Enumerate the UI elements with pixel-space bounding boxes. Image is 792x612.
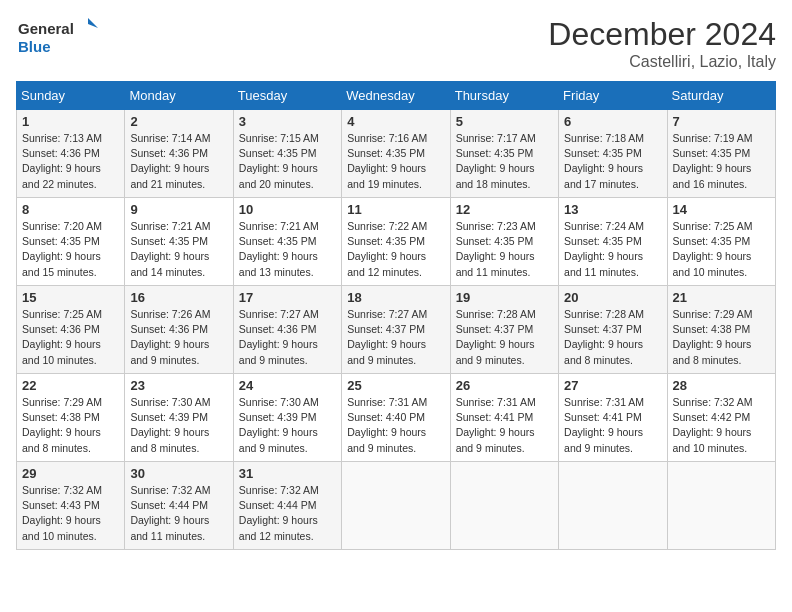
- calendar-cell: 11 Sunrise: 7:22 AM Sunset: 4:35 PM Dayl…: [342, 198, 450, 286]
- daylight-label: Daylight: 9 hours and 17 minutes.: [564, 162, 643, 189]
- sunset-label: Sunset: 4:37 PM: [347, 323, 425, 335]
- calendar-row: 29 Sunrise: 7:32 AM Sunset: 4:43 PM Dayl…: [17, 462, 776, 550]
- daylight-label: Daylight: 9 hours and 20 minutes.: [239, 162, 318, 189]
- day-number: 3: [239, 114, 336, 129]
- sunset-label: Sunset: 4:44 PM: [239, 499, 317, 511]
- sunrise-label: Sunrise: 7:31 AM: [456, 396, 536, 408]
- day-info: Sunrise: 7:28 AM Sunset: 4:37 PM Dayligh…: [564, 307, 661, 368]
- col-saturday: Saturday: [667, 82, 775, 110]
- day-number: 6: [564, 114, 661, 129]
- logo-svg: General Blue: [16, 16, 106, 60]
- day-number: 26: [456, 378, 553, 393]
- sunset-label: Sunset: 4:35 PM: [673, 147, 751, 159]
- day-number: 20: [564, 290, 661, 305]
- calendar-cell: 13 Sunrise: 7:24 AM Sunset: 4:35 PM Dayl…: [559, 198, 667, 286]
- day-info: Sunrise: 7:31 AM Sunset: 4:41 PM Dayligh…: [564, 395, 661, 456]
- sunset-label: Sunset: 4:36 PM: [22, 323, 100, 335]
- day-number: 31: [239, 466, 336, 481]
- col-monday: Monday: [125, 82, 233, 110]
- sunset-label: Sunset: 4:38 PM: [22, 411, 100, 423]
- daylight-label: Daylight: 9 hours and 18 minutes.: [456, 162, 535, 189]
- day-info: Sunrise: 7:13 AM Sunset: 4:36 PM Dayligh…: [22, 131, 119, 192]
- col-tuesday: Tuesday: [233, 82, 341, 110]
- sunset-label: Sunset: 4:41 PM: [564, 411, 642, 423]
- daylight-label: Daylight: 9 hours and 9 minutes.: [456, 338, 535, 365]
- sunset-label: Sunset: 4:39 PM: [130, 411, 208, 423]
- daylight-label: Daylight: 9 hours and 21 minutes.: [130, 162, 209, 189]
- day-info: Sunrise: 7:26 AM Sunset: 4:36 PM Dayligh…: [130, 307, 227, 368]
- calendar-cell: 23 Sunrise: 7:30 AM Sunset: 4:39 PM Dayl…: [125, 374, 233, 462]
- day-number: 24: [239, 378, 336, 393]
- day-number: 22: [22, 378, 119, 393]
- day-number: 17: [239, 290, 336, 305]
- day-number: 23: [130, 378, 227, 393]
- sunrise-label: Sunrise: 7:22 AM: [347, 220, 427, 232]
- sunrise-label: Sunrise: 7:29 AM: [673, 308, 753, 320]
- calendar-body: 1 Sunrise: 7:13 AM Sunset: 4:36 PM Dayli…: [17, 110, 776, 550]
- calendar-cell: 20 Sunrise: 7:28 AM Sunset: 4:37 PM Dayl…: [559, 286, 667, 374]
- daylight-label: Daylight: 9 hours and 10 minutes.: [22, 338, 101, 365]
- day-number: 9: [130, 202, 227, 217]
- day-number: 15: [22, 290, 119, 305]
- sunrise-label: Sunrise: 7:17 AM: [456, 132, 536, 144]
- day-number: 14: [673, 202, 770, 217]
- day-number: 11: [347, 202, 444, 217]
- calendar-cell: 24 Sunrise: 7:30 AM Sunset: 4:39 PM Dayl…: [233, 374, 341, 462]
- day-info: Sunrise: 7:21 AM Sunset: 4:35 PM Dayligh…: [239, 219, 336, 280]
- day-number: 8: [22, 202, 119, 217]
- sunset-label: Sunset: 4:41 PM: [456, 411, 534, 423]
- day-number: 4: [347, 114, 444, 129]
- day-info: Sunrise: 7:17 AM Sunset: 4:35 PM Dayligh…: [456, 131, 553, 192]
- calendar-row: 15 Sunrise: 7:25 AM Sunset: 4:36 PM Dayl…: [17, 286, 776, 374]
- day-number: 18: [347, 290, 444, 305]
- day-info: Sunrise: 7:27 AM Sunset: 4:37 PM Dayligh…: [347, 307, 444, 368]
- sunrise-label: Sunrise: 7:30 AM: [239, 396, 319, 408]
- daylight-label: Daylight: 9 hours and 9 minutes.: [347, 426, 426, 453]
- calendar-cell: 26 Sunrise: 7:31 AM Sunset: 4:41 PM Dayl…: [450, 374, 558, 462]
- daylight-label: Daylight: 9 hours and 10 minutes.: [673, 426, 752, 453]
- calendar-cell: 18 Sunrise: 7:27 AM Sunset: 4:37 PM Dayl…: [342, 286, 450, 374]
- sunset-label: Sunset: 4:35 PM: [347, 147, 425, 159]
- col-thursday: Thursday: [450, 82, 558, 110]
- sunset-label: Sunset: 4:36 PM: [22, 147, 100, 159]
- sunset-label: Sunset: 4:35 PM: [564, 147, 642, 159]
- day-info: Sunrise: 7:32 AM Sunset: 4:44 PM Dayligh…: [130, 483, 227, 544]
- sunset-label: Sunset: 4:35 PM: [456, 147, 534, 159]
- sunrise-label: Sunrise: 7:31 AM: [347, 396, 427, 408]
- day-info: Sunrise: 7:18 AM Sunset: 4:35 PM Dayligh…: [564, 131, 661, 192]
- day-info: Sunrise: 7:16 AM Sunset: 4:35 PM Dayligh…: [347, 131, 444, 192]
- day-info: Sunrise: 7:30 AM Sunset: 4:39 PM Dayligh…: [130, 395, 227, 456]
- calendar-cell: 12 Sunrise: 7:23 AM Sunset: 4:35 PM Dayl…: [450, 198, 558, 286]
- calendar-cell: 30 Sunrise: 7:32 AM Sunset: 4:44 PM Dayl…: [125, 462, 233, 550]
- page-header: General Blue December 2024 Castelliri, L…: [16, 16, 776, 71]
- sunset-label: Sunset: 4:44 PM: [130, 499, 208, 511]
- sunset-label: Sunset: 4:35 PM: [456, 235, 534, 247]
- sunset-label: Sunset: 4:38 PM: [673, 323, 751, 335]
- calendar-cell: 1 Sunrise: 7:13 AM Sunset: 4:36 PM Dayli…: [17, 110, 125, 198]
- daylight-label: Daylight: 9 hours and 11 minutes.: [456, 250, 535, 277]
- daylight-label: Daylight: 9 hours and 9 minutes.: [456, 426, 535, 453]
- daylight-label: Daylight: 9 hours and 11 minutes.: [564, 250, 643, 277]
- day-info: Sunrise: 7:28 AM Sunset: 4:37 PM Dayligh…: [456, 307, 553, 368]
- day-number: 21: [673, 290, 770, 305]
- daylight-label: Daylight: 9 hours and 8 minutes.: [130, 426, 209, 453]
- sunrise-label: Sunrise: 7:26 AM: [130, 308, 210, 320]
- sunset-label: Sunset: 4:35 PM: [130, 235, 208, 247]
- day-number: 13: [564, 202, 661, 217]
- day-info: Sunrise: 7:32 AM Sunset: 4:42 PM Dayligh…: [673, 395, 770, 456]
- calendar-cell: 9 Sunrise: 7:21 AM Sunset: 4:35 PM Dayli…: [125, 198, 233, 286]
- sunset-label: Sunset: 4:35 PM: [564, 235, 642, 247]
- location-title: Castelliri, Lazio, Italy: [548, 53, 776, 71]
- sunrise-label: Sunrise: 7:28 AM: [564, 308, 644, 320]
- day-info: Sunrise: 7:19 AM Sunset: 4:35 PM Dayligh…: [673, 131, 770, 192]
- sunset-label: Sunset: 4:37 PM: [564, 323, 642, 335]
- calendar-cell: 29 Sunrise: 7:32 AM Sunset: 4:43 PM Dayl…: [17, 462, 125, 550]
- day-number: 16: [130, 290, 227, 305]
- sunset-label: Sunset: 4:37 PM: [456, 323, 534, 335]
- sunset-label: Sunset: 4:39 PM: [239, 411, 317, 423]
- daylight-label: Daylight: 9 hours and 9 minutes.: [239, 426, 318, 453]
- calendar-cell: 6 Sunrise: 7:18 AM Sunset: 4:35 PM Dayli…: [559, 110, 667, 198]
- calendar-cell: 22 Sunrise: 7:29 AM Sunset: 4:38 PM Dayl…: [17, 374, 125, 462]
- daylight-label: Daylight: 9 hours and 16 minutes.: [673, 162, 752, 189]
- sunset-label: Sunset: 4:42 PM: [673, 411, 751, 423]
